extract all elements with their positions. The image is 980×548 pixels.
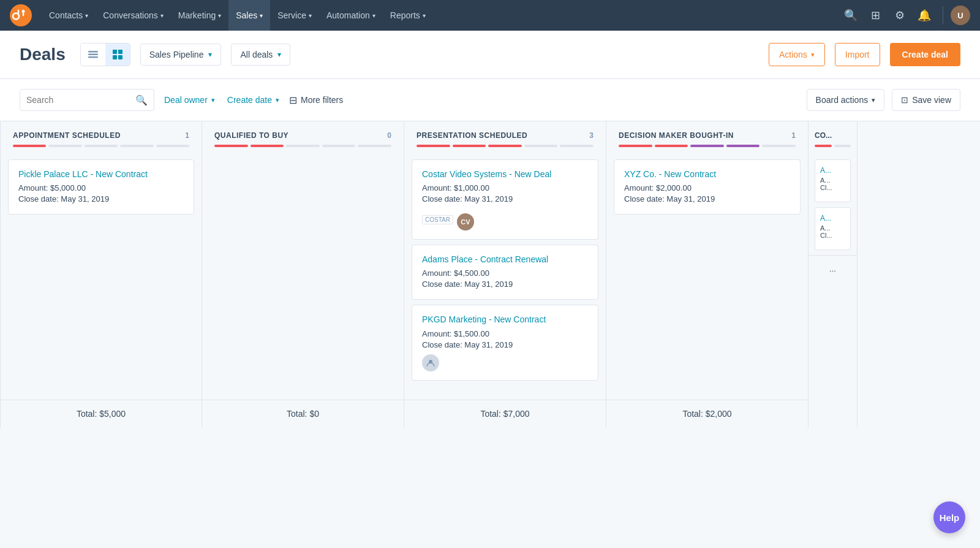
deal-amount: Amount: $1,000.00: [422, 183, 588, 192]
partial-cards: A... A... Cl... A... A... Cl...: [809, 154, 857, 255]
actions-button[interactable]: Actions ▾: [769, 43, 825, 66]
nav-sales[interactable]: Sales ▾: [228, 0, 270, 31]
column-title: Appointment Scheduled: [13, 131, 121, 140]
deal-card[interactable]: XYZ Co. - New Contract Amount: $2,000.00…: [614, 159, 801, 215]
deal-close-date: Close date: May 31, 2019: [422, 194, 588, 204]
avatar[interactable]: U: [951, 6, 970, 25]
svg-rect-5: [88, 56, 98, 58]
search-icon[interactable]: 🔍: [840, 4, 862, 26]
nav-marketing[interactable]: Marketing ▾: [171, 0, 228, 31]
save-icon: ⊡: [901, 95, 908, 105]
column-progress: [214, 145, 391, 147]
column-cards: [202, 154, 404, 400]
view-toggle: [80, 43, 130, 66]
partial-card-date: Cl...: [820, 232, 845, 239]
column-header: Appointment Scheduled 1: [1, 121, 202, 154]
column-partial: CO... A... A... Cl... A... A... Cl...: [809, 121, 858, 427]
deal-amount: Amount: $2,000.00: [624, 183, 790, 192]
column-total: Total: $2,000: [606, 400, 808, 427]
board-view-button[interactable]: [105, 44, 130, 66]
partial-card-title: A...: [820, 214, 845, 223]
column-title: Presentation Scheduled: [417, 131, 527, 140]
board-columns: Appointment Scheduled 1 Pickle Palace LL…: [0, 121, 980, 427]
save-view-button[interactable]: ⊡ Save view: [892, 89, 960, 111]
deal-amount: Amount: $1,500.00: [422, 329, 588, 338]
deal-amount: Amount: $4,500.00: [422, 268, 588, 278]
column-cards: XYZ Co. - New Contract Amount: $2,000.00…: [606, 154, 808, 400]
column-total: Total: $5,000: [1, 400, 202, 427]
nav-conversations[interactable]: Conversations ▾: [96, 0, 171, 31]
svg-rect-6: [113, 50, 117, 54]
marketplace-icon[interactable]: ⊞: [864, 4, 886, 26]
nav-service[interactable]: Service ▾: [270, 0, 319, 31]
nav-icon-group: 🔍 ⊞ ⚙ 🔔 U: [840, 4, 970, 26]
partial-column-total: ...: [809, 255, 857, 282]
svg-rect-7: [118, 50, 123, 54]
list-view-button[interactable]: [81, 44, 105, 66]
column-presentation-scheduled: Presentation Scheduled 3 Costar Video Sy…: [404, 121, 606, 427]
column-progress: [13, 145, 189, 147]
search-input-wrap[interactable]: 🔍: [20, 89, 154, 111]
deal-card-title: Adams Place - Contract Renewal: [422, 254, 588, 265]
page-header: Deals Sales Pipeline ▾ All deals ▾ Actio…: [0, 31, 980, 79]
svg-rect-3: [88, 51, 98, 53]
chevron-down-icon: ▾: [260, 12, 263, 19]
deal-card[interactable]: Costar Video Systems - New Deal Amount: …: [412, 159, 598, 240]
deals-filter-dropdown[interactable]: All deals ▾: [231, 44, 290, 66]
partial-deal-card[interactable]: A... A... Cl...: [815, 159, 851, 202]
create-date-filter[interactable]: Create date ▾: [225, 95, 282, 105]
deal-close-date: Close date: May 31, 2019: [18, 194, 184, 204]
deal-tag: COSTAR: [422, 215, 453, 224]
chevron-down-icon: ▾: [277, 50, 281, 59]
create-deal-button[interactable]: Create deal: [890, 43, 960, 66]
deal-card[interactable]: Adams Place - Contract Renewal Amount: $…: [412, 245, 598, 300]
nav-links: Contacts ▾ Conversations ▾ Marketing ▾ S…: [42, 0, 840, 31]
column-cards: Costar Video Systems - New Deal Amount: …: [404, 154, 606, 400]
deal-owner-filter[interactable]: Deal owner ▾: [162, 95, 217, 105]
column-title: Decision Maker Bought-In: [619, 131, 734, 140]
deal-card-title: Pickle Palace LLC - New Contract: [18, 169, 184, 180]
board-actions-button[interactable]: Board actions ▾: [807, 89, 885, 111]
filter-bar: 🔍 Deal owner ▾ Create date ▾ ⊟ More filt…: [0, 79, 980, 121]
chevron-down-icon: ▾: [276, 96, 279, 104]
column-count: 0: [387, 131, 391, 140]
deal-avatar: CV: [457, 213, 474, 230]
settings-icon[interactable]: ⚙: [889, 4, 911, 26]
column-count: 1: [791, 131, 796, 140]
column-count: 1: [185, 131, 189, 140]
column-total: Total: $0: [202, 400, 404, 427]
partial-deal-card[interactable]: A... A... Cl...: [815, 207, 851, 250]
deal-card[interactable]: Pickle Palace LLC - New Contract Amount:…: [8, 159, 194, 215]
nav-automation[interactable]: Automation ▾: [319, 0, 383, 31]
deal-card[interactable]: PKGD Marketing - New Contract Amount: $1…: [412, 305, 598, 380]
column-title: Qualified to Buy: [214, 131, 288, 140]
page-title: Deals: [20, 45, 66, 64]
column-decision-maker: Decision Maker Bought-In 1 XYZ Co. - New…: [606, 121, 809, 427]
search-icon: 🔍: [135, 94, 148, 106]
partial-card-date: Cl...: [820, 184, 845, 191]
deal-amount: Amount: $5,000.00: [18, 183, 184, 192]
nav-contacts[interactable]: Contacts ▾: [42, 0, 96, 31]
deal-close-date: Close date: May 31, 2019: [422, 340, 588, 349]
partial-column-title: CO...: [815, 131, 832, 140]
deal-card-title: Costar Video Systems - New Deal: [422, 169, 588, 180]
column-header: Qualified to Buy 0: [202, 121, 404, 154]
pipeline-dropdown[interactable]: Sales Pipeline ▾: [140, 44, 222, 66]
partial-card-amount: A...: [820, 177, 845, 184]
deal-avatar: [422, 354, 439, 371]
search-input[interactable]: [26, 95, 130, 105]
chevron-down-icon: ▾: [372, 12, 375, 19]
deal-close-date: Close date: May 31, 2019: [624, 194, 790, 204]
partial-card-title: A...: [820, 166, 845, 175]
column-header: Presentation Scheduled 3: [404, 121, 606, 154]
notifications-icon[interactable]: 🔔: [913, 4, 935, 26]
deal-close-date: Close date: May 31, 2019: [422, 280, 588, 289]
more-filters-button[interactable]: ⊟ More filters: [289, 94, 343, 106]
import-button[interactable]: Import: [835, 43, 880, 66]
column-progress: [417, 145, 594, 147]
hubspot-logo[interactable]: [10, 4, 32, 26]
nav-reports[interactable]: Reports ▾: [383, 0, 433, 31]
column-cards: Pickle Palace LLC - New Contract Amount:…: [1, 154, 202, 400]
nav-divider: [943, 6, 943, 25]
column-total: Total: $7,000: [404, 400, 606, 427]
